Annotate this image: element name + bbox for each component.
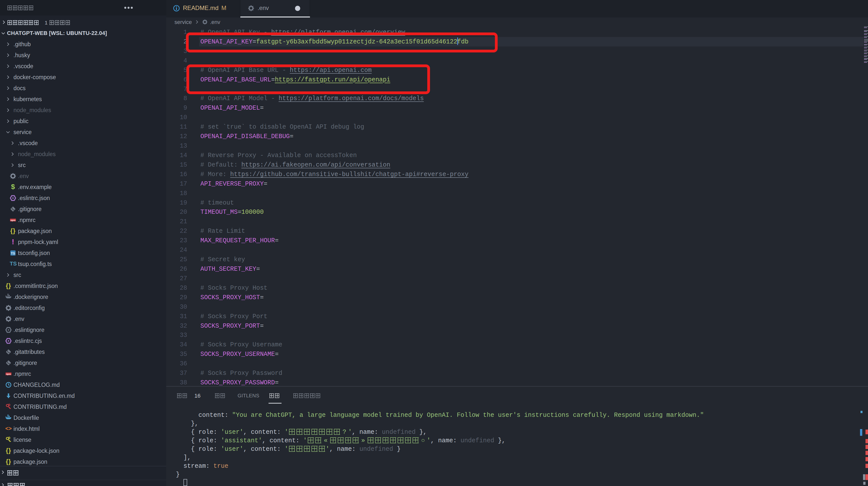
svg-text:TS: TS [11,252,15,255]
svg-text:npm: npm [10,219,16,222]
svg-text:npm: npm [6,373,11,375]
